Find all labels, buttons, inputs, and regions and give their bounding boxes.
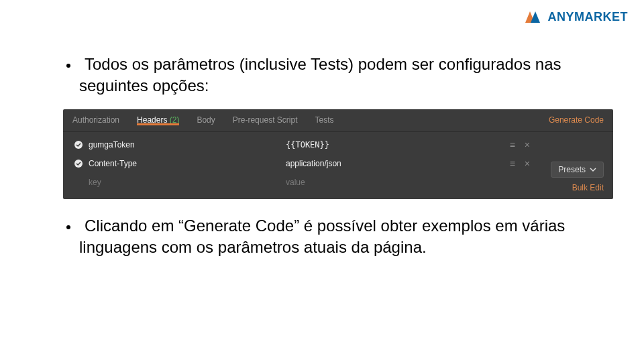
brand-word-any: ANY — [547, 10, 574, 23]
tab-headers-label: Headers — [137, 115, 167, 125]
tab-headers-count: (2) — [170, 115, 180, 125]
slide-content: Todos os parâmetros (inclusive Tests) po… — [0, 0, 644, 259]
tab-authorization[interactable]: Authorization — [72, 115, 119, 125]
checkbox-checked-icon[interactable] — [72, 159, 85, 168]
chevron-down-icon — [590, 166, 596, 173]
drag-handle-icon[interactable]: ≡ — [510, 158, 515, 169]
bullet-text-2: Clicando em “Generate Code” é possível o… — [79, 217, 565, 256]
tab-prerequest[interactable]: Pre-request Script — [233, 115, 298, 125]
bullet-text-1: Todos os parâmetros (inclusive Tests) po… — [79, 55, 561, 95]
brand-wordmark: ANYMARKET — [547, 10, 628, 24]
presets-label: Presets — [558, 165, 586, 174]
tab-body[interactable]: Body — [197, 115, 215, 125]
header-key[interactable]: Content-Type — [85, 159, 286, 168]
header-value[interactable]: {{TOKEN}} — [286, 140, 474, 149]
generate-code-link[interactable]: Generate Code — [549, 109, 604, 131]
key-input[interactable]: key — [85, 178, 286, 187]
value-input[interactable]: value — [286, 178, 474, 187]
header-row: gumgaToken {{TOKEN}} ≡ × — [72, 136, 604, 155]
bullet-list-2: Clicando em “Generate Code” é possível o… — [60, 215, 590, 259]
drag-handle-icon[interactable]: ≡ — [510, 139, 515, 150]
postman-tabs: Authorization Headers (2) Body Pre-reque… — [63, 109, 613, 132]
anymarket-logo-icon — [523, 9, 542, 24]
bulk-edit-link[interactable]: Bulk Edit — [572, 183, 604, 192]
header-value[interactable]: application/json — [286, 159, 474, 168]
tab-headers[interactable]: Headers (2) — [137, 115, 179, 125]
checkbox-checked-icon[interactable] — [72, 140, 85, 149]
postman-body: Presets gumgaToken {{TOKEN}} ≡ × Content… — [63, 132, 613, 199]
header-row-placeholder: key value — [72, 174, 604, 192]
postman-screenshot: Authorization Headers (2) Body Pre-reque… — [63, 109, 613, 199]
header-key[interactable]: gumgaToken — [85, 140, 286, 149]
bullet-item-2: Clicando em “Generate Code” é possível o… — [79, 215, 590, 259]
close-icon[interactable]: × — [525, 139, 530, 150]
brand-word-market: MARKET — [574, 10, 628, 23]
presets-button[interactable]: Presets — [551, 162, 604, 178]
bullet-list: Todos os parâmetros (inclusive Tests) po… — [60, 54, 590, 97]
header-row: Content-Type application/json ≡ × — [72, 155, 604, 174]
row-actions: ≡ × — [510, 139, 604, 150]
brand: ANYMARKET — [523, 9, 628, 24]
close-icon[interactable]: × — [525, 158, 530, 169]
tab-tests[interactable]: Tests — [315, 115, 333, 125]
bullet-item-1: Todos os parâmetros (inclusive Tests) po… — [79, 54, 590, 97]
